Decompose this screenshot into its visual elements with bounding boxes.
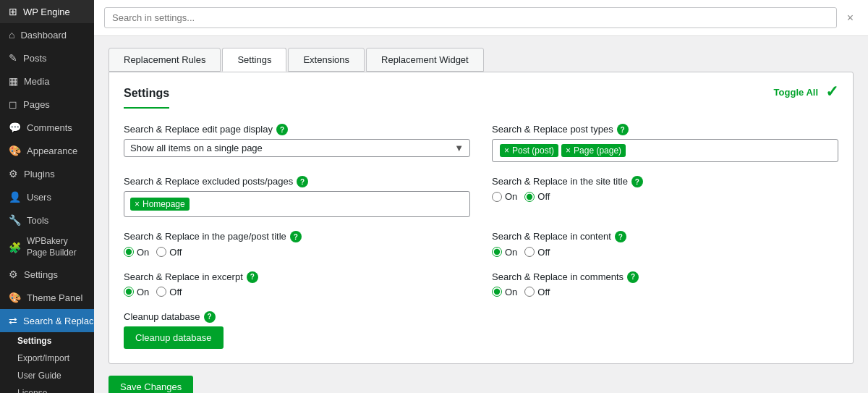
sidebar-sub-settings[interactable]: Settings <box>0 332 94 350</box>
sidebar-item-media[interactable]: ▦ Media <box>0 69 94 93</box>
page-post-title-label: Search & Replace in the page/post title <box>124 230 286 243</box>
sidebar-item-users[interactable]: 👤 Users <box>0 185 94 208</box>
ppt-on-option[interactable]: On <box>124 247 149 258</box>
content-on-radio[interactable] <box>492 247 502 257</box>
excerpt-off-option[interactable]: Off <box>156 287 182 297</box>
sidebar-sub-license[interactable]: License <box>0 384 94 393</box>
in-content-help-icon[interactable]: ? <box>615 231 626 242</box>
panel-title: Settings <box>124 87 838 123</box>
in-comments-help-icon[interactable]: ? <box>627 271 639 283</box>
tab-replacement-widget[interactable]: Replacement Widget <box>366 48 484 72</box>
tabs-bar: Replacement Rules Settings Extensions Re… <box>109 48 854 72</box>
cleanup-database-button[interactable]: Cleanup database <box>124 326 224 349</box>
site-title-on-option[interactable]: On <box>492 191 517 202</box>
content-off-radio[interactable] <box>524 247 535 257</box>
sub-user-guide-label: User Guide <box>17 371 61 381</box>
cleanup-db-label: Cleanup database <box>124 310 200 324</box>
save-section: Save Changes <box>109 376 854 393</box>
tag-homepage-remove[interactable]: × <box>135 199 140 209</box>
tag-page-label: Page (page) <box>574 145 621 156</box>
sidebar-item-comments[interactable]: 💬 Comments <box>0 116 94 139</box>
setting-edit-page-display: Search & Replace edit page display ? Sho… <box>124 123 470 162</box>
excluded-tag-area[interactable]: × Homepage <box>124 191 470 217</box>
appearance-icon: 🎨 <box>9 145 21 156</box>
sub-settings-label: Settings <box>17 336 51 346</box>
sidebar-item-settings[interactable]: ⚙ Settings <box>0 263 94 286</box>
content-off-option[interactable]: Off <box>524 247 550 258</box>
post-types-help-icon[interactable]: ? <box>617 124 629 135</box>
sidebar-sub-export-import[interactable]: Export/Import <box>0 350 94 367</box>
setting-excluded-posts: Search & Replace excluded posts/pages ? … <box>124 175 470 217</box>
site-title-label: Search & Replace in the site title <box>492 175 628 188</box>
content-area: Replacement Rules Settings Extensions Re… <box>94 36 868 393</box>
tab-replacement-rules[interactable]: Replacement Rules <box>109 48 221 72</box>
search-input[interactable] <box>104 7 837 28</box>
comments-off-radio[interactable] <box>524 287 535 297</box>
toggle-all-link[interactable]: Toggle All <box>774 87 818 98</box>
excerpt-on-option[interactable]: On <box>124 287 149 297</box>
tab-extensions[interactable]: Extensions <box>288 48 365 72</box>
excluded-help-icon[interactable]: ? <box>297 176 308 187</box>
checkmark-icon: ✓ <box>825 83 838 101</box>
edit-page-help-icon[interactable]: ? <box>276 124 288 135</box>
comments-on-radio[interactable] <box>492 287 502 297</box>
sidebar-item-plugins[interactable]: ⚙ Plugins <box>0 162 94 185</box>
tag-homepage-label: Homepage <box>142 199 185 209</box>
tag-post-label: Post (post) <box>512 145 554 156</box>
setting-post-types: Search & Replace post types ? × Post (po… <box>492 123 838 162</box>
sidebar-sub-user-guide[interactable]: User Guide <box>0 367 94 384</box>
save-changes-button[interactable]: Save Changes <box>109 376 193 393</box>
sidebar-item-label: Plugins <box>24 169 55 179</box>
content-on-option[interactable]: On <box>492 247 517 258</box>
cleanup-db-help-icon[interactable]: ? <box>204 311 216 323</box>
excerpt-on-radio[interactable] <box>124 287 134 297</box>
sidebar-item-appearance[interactable]: 🎨 Appearance <box>0 139 94 162</box>
plugins-icon: ⚙ <box>9 168 18 179</box>
sidebar-item-label: Pages <box>23 99 50 110</box>
sidebar-item-wpbakery[interactable]: 🧩 WPBakery Page Builder <box>0 232 94 263</box>
in-excerpt-help-icon[interactable]: ? <box>247 271 258 283</box>
tag-post-remove[interactable]: × <box>504 145 509 156</box>
sidebar-item-label: WP Engine <box>23 7 70 17</box>
setting-page-post-title: Search & Replace in the page/post title … <box>124 230 470 257</box>
search-bar: × <box>94 0 868 36</box>
comments-off-option[interactable]: Off <box>524 287 550 297</box>
page-post-title-help-icon[interactable]: ? <box>290 231 302 242</box>
setting-in-comments: Search & Replace in comments ? On Off <box>492 271 838 297</box>
sidebar-item-theme-panel[interactable]: 🎨 Theme Panel <box>0 286 94 309</box>
sidebar-item-label: Media <box>24 76 49 87</box>
setting-site-title: Search & Replace in the site title ? On … <box>492 175 838 217</box>
sidebar-item-posts[interactable]: ✎ Posts <box>0 46 94 69</box>
sidebar-item-label: Theme Panel <box>27 292 82 303</box>
media-icon: ▦ <box>9 75 18 87</box>
site-title-help-icon[interactable]: ? <box>631 176 643 187</box>
pages-icon: ◻ <box>9 98 17 110</box>
tab-settings[interactable]: Settings <box>222 48 286 72</box>
sidebar-item-search-replace[interactable]: ⇄ Search & Replace <box>0 309 94 332</box>
sidebar-item-tools[interactable]: 🔧 Tools <box>0 208 94 232</box>
excluded-label: Search & Replace excluded posts/pages <box>124 175 293 188</box>
ppt-on-radio[interactable] <box>124 247 134 257</box>
sidebar-item-dashboard[interactable]: ⌂ Dashboard <box>0 23 94 46</box>
edit-page-dropdown[interactable]: Show all items on a single page ▼ <box>124 139 470 157</box>
in-comments-label: Search & Replace in comments <box>492 271 624 284</box>
site-title-off-radio[interactable] <box>524 192 535 202</box>
settings-icon: ⚙ <box>9 269 18 280</box>
post-types-area: × Post (post) × Page (page) <box>492 139 838 162</box>
wp-engine-icon: ⊞ <box>9 6 17 17</box>
close-icon[interactable]: × <box>843 10 858 26</box>
ppt-off-radio[interactable] <box>156 247 166 257</box>
ppt-off-option[interactable]: Off <box>156 247 182 258</box>
sidebar-item-wp-engine[interactable]: ⊞ WP Engine <box>0 0 94 23</box>
toggle-all-bar: Toggle All ✓ <box>774 83 838 101</box>
tag-homepage: × Homepage <box>130 198 190 211</box>
comments-on-option[interactable]: On <box>492 287 517 297</box>
site-title-on-radio[interactable] <box>492 192 502 202</box>
sidebar-item-pages[interactable]: ◻ Pages <box>0 93 94 116</box>
excerpt-off-radio[interactable] <box>156 287 166 297</box>
site-title-off-option[interactable]: Off <box>524 191 550 202</box>
in-excerpt-label: Search & Replace in excerpt <box>124 271 243 284</box>
tag-page-remove[interactable]: × <box>566 145 571 156</box>
post-types-label: Search & Replace post types <box>492 123 613 136</box>
sidebar-item-label: Settings <box>24 269 58 280</box>
